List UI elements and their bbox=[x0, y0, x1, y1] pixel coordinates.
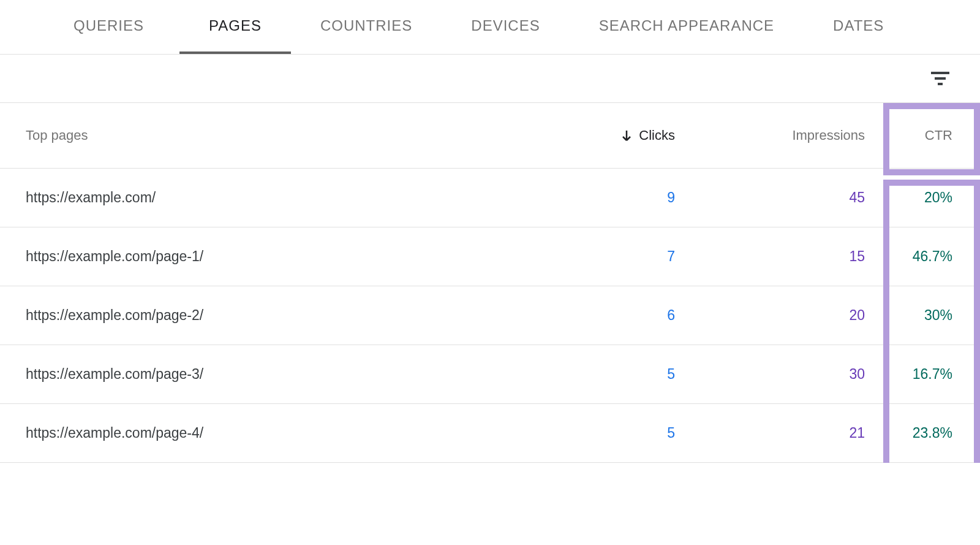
table-row[interactable]: https://example.com/page-3/ 5 30 16.7% bbox=[0, 345, 980, 404]
tab-dates[interactable]: DATES bbox=[804, 0, 913, 54]
table-row[interactable]: https://example.com/page-1/ 7 15 46.7% bbox=[0, 227, 980, 286]
page-url: https://example.com/page-4/ bbox=[26, 425, 559, 441]
table-row[interactable]: https://example.com/page-2/ 6 20 30% bbox=[0, 286, 980, 345]
ctr-value: 30% bbox=[883, 307, 980, 324]
column-header-clicks[interactable]: Clicks bbox=[559, 128, 693, 143]
tab-countries[interactable]: COUNTRIES bbox=[291, 0, 442, 54]
page-url: https://example.com/page-3/ bbox=[26, 366, 559, 383]
clicks-value: 5 bbox=[559, 425, 693, 441]
clicks-value: 7 bbox=[559, 248, 693, 265]
table-header-row: Top pages Clicks Impressions CTR bbox=[0, 103, 980, 169]
column-header-top-pages[interactable]: Top pages bbox=[26, 128, 559, 143]
ctr-value: 23.8% bbox=[883, 425, 980, 441]
page-url: https://example.com/ bbox=[26, 189, 559, 206]
tab-queries[interactable]: QUERIES bbox=[24, 0, 179, 54]
tab-devices[interactable]: DEVICES bbox=[442, 0, 569, 54]
table-container: Top pages Clicks Impressions CTR https:/… bbox=[0, 103, 980, 463]
impressions-value: 45 bbox=[693, 189, 883, 206]
impressions-value: 20 bbox=[693, 307, 883, 324]
table-row[interactable]: https://example.com/page-4/ 5 21 23.8% bbox=[0, 404, 980, 463]
ctr-value: 16.7% bbox=[883, 366, 980, 383]
clicks-value: 6 bbox=[559, 307, 693, 324]
filter-icon[interactable] bbox=[931, 69, 949, 88]
impressions-value: 15 bbox=[693, 248, 883, 265]
impressions-value: 21 bbox=[693, 425, 883, 441]
sort-arrow-down-icon bbox=[619, 128, 634, 143]
ctr-value: 46.7% bbox=[883, 248, 980, 265]
toolbar bbox=[0, 55, 980, 103]
tab-pages[interactable]: PAGES bbox=[179, 0, 291, 54]
tab-search-appearance[interactable]: SEARCH APPEARANCE bbox=[570, 0, 804, 54]
clicks-value: 5 bbox=[559, 366, 693, 383]
tab-bar: QUERIES PAGES COUNTRIES DEVICES SEARCH A… bbox=[0, 0, 980, 55]
page-url: https://example.com/page-1/ bbox=[26, 248, 559, 265]
column-header-impressions[interactable]: Impressions bbox=[693, 128, 883, 143]
clicks-header-label: Clicks bbox=[639, 128, 675, 143]
ctr-value: 20% bbox=[883, 189, 980, 206]
impressions-value: 30 bbox=[693, 366, 883, 383]
clicks-value: 9 bbox=[559, 189, 693, 206]
table-row[interactable]: https://example.com/ 9 45 20% bbox=[0, 169, 980, 227]
page-url: https://example.com/page-2/ bbox=[26, 307, 559, 324]
column-header-ctr[interactable]: CTR bbox=[883, 128, 980, 143]
